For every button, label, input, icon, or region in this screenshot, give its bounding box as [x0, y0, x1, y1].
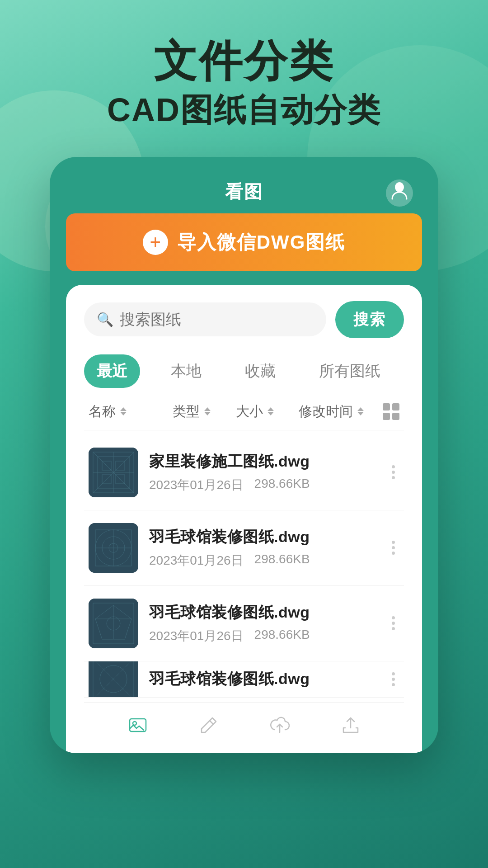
bottom-nav: [84, 702, 404, 753]
more-dots-icon-3: [392, 616, 395, 630]
grid-view-toggle[interactable]: [383, 403, 399, 420]
file-meta-1: 2023年01月26日 298.66KB: [149, 476, 376, 494]
file-meta-2: 2023年01月26日 298.66KB: [149, 552, 376, 569]
file-item-1[interactable]: 家里装修施工图纸.dwg 2023年01月26日 298.66KB: [84, 435, 404, 510]
file-info-2: 羽毛球馆装修图纸.dwg 2023年01月26日 298.66KB: [149, 527, 376, 569]
nav-item-edit[interactable]: [197, 713, 221, 737]
gallery-icon: [126, 713, 150, 737]
file-item-3[interactable]: 羽毛球馆装修图纸.dwg 2023年01月26日 298.66KB: [84, 586, 404, 661]
file-info-3: 羽毛球馆装修图纸.dwg 2023年01月26日 298.66KB: [149, 602, 376, 645]
file-name-3: 羽毛球馆装修图纸.dwg: [149, 602, 376, 623]
phone-header: 看图: [66, 175, 422, 213]
sort-date[interactable]: 修改时间: [299, 402, 383, 421]
tab-local[interactable]: 本地: [158, 354, 214, 388]
cloud-icon: [268, 713, 291, 737]
file-date-1: 2023年01月26日: [149, 476, 244, 494]
sort-type[interactable]: 类型: [173, 402, 236, 421]
sort-header: 名称 类型 大小: [84, 402, 404, 430]
file-name-4: 羽毛球馆装修图纸.dwg: [149, 669, 376, 689]
phone-mockup: 看图 + 导入微信DWG图纸 🔍: [50, 157, 438, 753]
file-name-2: 羽毛球馆装修图纸.dwg: [149, 527, 376, 547]
svg-line-32: [210, 721, 213, 724]
file-date-3: 2023年01月26日: [149, 627, 244, 645]
sort-name-arrows: [120, 407, 127, 415]
sort-size[interactable]: 大小: [236, 402, 299, 421]
more-dots-icon-1: [392, 465, 395, 479]
search-bar: 🔍 搜索: [84, 301, 404, 338]
file-size-1: 298.66KB: [254, 476, 310, 494]
search-icon: 🔍: [97, 311, 113, 327]
background: 文件分类 CAD图纸自动分类 看图 + 导入微信DWG图纸: [0, 0, 488, 868]
file-thumbnail-4: [89, 661, 138, 698]
file-info-4: 羽毛球馆装修图纸.dwg: [149, 669, 376, 689]
file-thumbnail-2: [89, 523, 138, 573]
more-dots-icon-2: [392, 541, 395, 555]
avatar-button[interactable]: [386, 179, 413, 207]
file-info-1: 家里装修施工图纸.dwg 2023年01月26日 298.66KB: [149, 451, 376, 494]
file-size-2: 298.66KB: [254, 552, 310, 569]
main-title: 文件分类: [0, 36, 488, 86]
sort-date-arrows: [357, 407, 364, 415]
file-meta-3: 2023年01月26日 298.66KB: [149, 627, 376, 645]
file-item-4[interactable]: 羽毛球馆装修图纸.dwg: [84, 661, 404, 698]
nav-item-share[interactable]: [339, 713, 362, 737]
search-button[interactable]: 搜索: [335, 301, 404, 338]
sort-name[interactable]: 名称: [89, 402, 173, 421]
file-more-2[interactable]: [387, 536, 399, 559]
nav-item-gallery[interactable]: [126, 713, 150, 737]
file-item-2[interactable]: 羽毛球馆装修图纸.dwg 2023年01月26日 298.66KB: [84, 510, 404, 586]
search-input-wrapper[interactable]: 🔍: [84, 302, 326, 336]
file-size-3: 298.66KB: [254, 627, 310, 645]
sort-size-arrows: [267, 407, 274, 415]
pencil-icon: [197, 713, 221, 737]
file-thumbnail-1: [89, 448, 138, 497]
svg-point-0: [395, 182, 404, 192]
tab-all[interactable]: 所有图纸: [306, 354, 393, 388]
app-title: 看图: [225, 179, 263, 204]
file-more-3[interactable]: [387, 612, 399, 635]
tabs-bar: 最近 本地 收藏 所有图纸: [84, 354, 404, 388]
content-area: 🔍 搜索 最近 本地 收藏 所有图纸 名称: [66, 285, 422, 753]
more-dots-icon-4: [392, 672, 395, 686]
file-more-4[interactable]: [387, 668, 399, 691]
file-more-1[interactable]: [387, 461, 399, 484]
share-icon: [339, 713, 362, 737]
top-section: 文件分类 CAD图纸自动分类: [0, 0, 488, 130]
nav-item-cloud[interactable]: [268, 713, 291, 737]
sub-title: CAD图纸自动分类: [0, 90, 488, 129]
plus-icon: +: [143, 230, 168, 255]
tab-favorites[interactable]: 收藏: [232, 354, 288, 388]
import-button-label: 导入微信DWG图纸: [177, 230, 346, 255]
file-list: 家里装修施工图纸.dwg 2023年01月26日 298.66KB: [84, 435, 404, 698]
user-icon: [391, 182, 408, 204]
file-thumbnail-3: [89, 599, 138, 648]
file-date-2: 2023年01月26日: [149, 552, 244, 569]
import-button[interactable]: + 导入微信DWG图纸: [66, 213, 422, 271]
search-input[interactable]: [120, 311, 314, 328]
tab-recent[interactable]: 最近: [84, 354, 140, 388]
file-name-1: 家里装修施工图纸.dwg: [149, 451, 376, 472]
sort-type-arrows: [204, 407, 211, 415]
